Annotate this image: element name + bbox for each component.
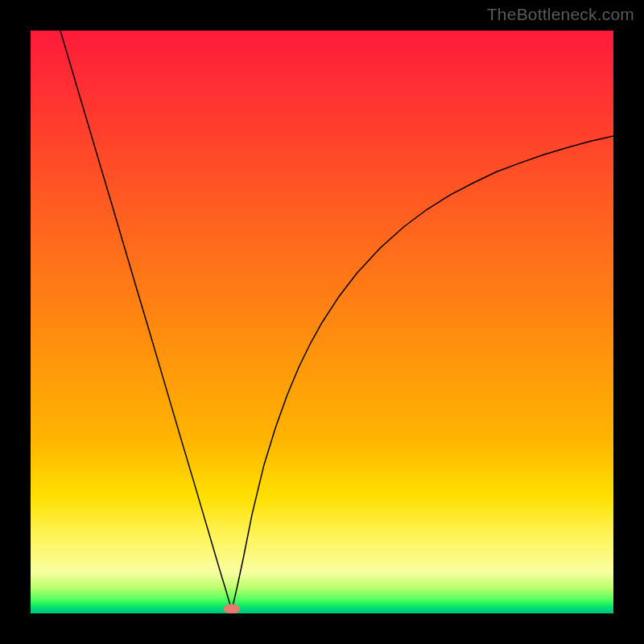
curve-layer	[31, 31, 613, 613]
chart-frame: TheBottleneck.com	[0, 0, 644, 644]
watermark-text: TheBottleneck.com	[487, 5, 634, 24]
plot-area	[31, 31, 613, 613]
